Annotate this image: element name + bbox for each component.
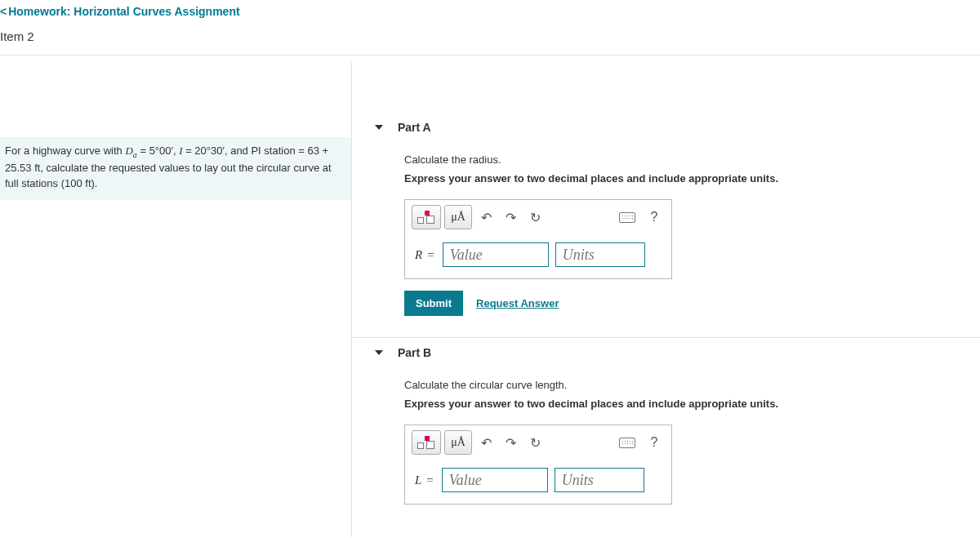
value-Da: 5°00′ (149, 145, 173, 157)
keyboard-icon (619, 212, 635, 223)
undo-button[interactable]: ↶ (475, 430, 497, 455)
equals-sign: = (427, 248, 434, 262)
part-b-title: Part B (398, 346, 431, 359)
templates-button[interactable] (412, 430, 441, 455)
value-input-b[interactable] (442, 468, 548, 492)
part-b-instruction: Calculate the circular curve length. (404, 379, 980, 391)
templates-icon (417, 209, 435, 225)
units-input-a[interactable] (555, 242, 645, 267)
templates-icon (417, 434, 435, 451)
request-answer-link-a[interactable]: Request Answer (476, 297, 559, 309)
undo-icon: ↶ (481, 435, 492, 451)
keyboard-button[interactable] (614, 430, 640, 455)
redo-icon: ↷ (506, 435, 516, 451)
reset-icon: ↻ (530, 435, 541, 451)
part-a-format: Express your answer to two decimal place… (404, 172, 980, 185)
templates-button[interactable] (412, 205, 441, 229)
caret-down-icon (375, 350, 383, 355)
special-chars-button[interactable]: μÅ (444, 430, 472, 455)
reset-icon: ↻ (530, 210, 541, 225)
value-input-a[interactable] (443, 242, 549, 267)
answer-panel-b: μÅ ↶ ↷ ↻ ? (404, 425, 672, 505)
item-title: Item 2 (0, 21, 980, 55)
help-button[interactable]: ? (644, 430, 665, 455)
answer-panel-a: μÅ ↶ ↷ ↻ ? (404, 199, 672, 279)
help-icon: ? (651, 210, 658, 225)
undo-icon: ↶ (481, 210, 492, 225)
toolbar-a: μÅ ↶ ↷ ↻ ? (405, 200, 671, 234)
reset-button[interactable]: ↻ (524, 205, 546, 229)
problem-statement: For a highway curve with Da = 5°00′, I =… (0, 137, 351, 200)
units-input-b[interactable] (555, 468, 644, 492)
part-a-header[interactable]: Part A (352, 113, 980, 142)
symbol-Da: Da (125, 145, 136, 157)
chevron-left-icon: < (0, 5, 7, 18)
value-I: 20°30′ (194, 145, 225, 157)
equals-sign: = (426, 474, 433, 487)
redo-button[interactable]: ↷ (500, 430, 521, 455)
redo-icon: ↷ (506, 210, 516, 225)
part-a-instruction: Calculate the radius. (404, 153, 980, 166)
problem-text: For a highway curve with (5, 145, 125, 157)
mu-a-icon: μÅ (451, 211, 466, 224)
redo-button[interactable]: ↷ (500, 205, 521, 229)
special-chars-button[interactable]: μÅ (444, 205, 472, 229)
toolbar-b: μÅ ↶ ↷ ↻ ? (405, 425, 671, 460)
part-b-header[interactable]: Part B (352, 338, 980, 367)
var-label-R: R (415, 248, 422, 262)
submit-button-a[interactable]: Submit (404, 291, 463, 316)
help-button[interactable]: ? (644, 205, 665, 229)
var-label-L: L (415, 474, 421, 487)
help-icon: ? (651, 435, 658, 450)
mu-a-icon: μÅ (451, 436, 466, 449)
keyboard-icon (619, 438, 635, 448)
undo-button[interactable]: ↶ (475, 205, 497, 229)
reset-button[interactable]: ↻ (524, 430, 546, 455)
part-b-format: Express your answer to two decimal place… (404, 398, 980, 410)
keyboard-button[interactable] (614, 205, 640, 229)
back-link-text: Homework: Horizontal Curves Assignment (8, 5, 239, 18)
back-link[interactable]: <Homework: Horizontal Curves Assignment (0, 0, 980, 21)
part-a-title: Part A (398, 121, 431, 134)
caret-down-icon (375, 125, 383, 130)
